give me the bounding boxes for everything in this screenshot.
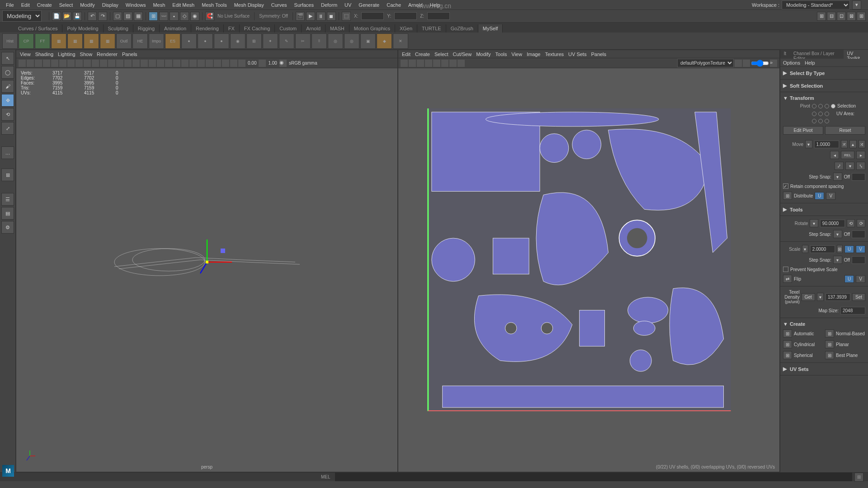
uv-expand-icon[interactable]: » [770,60,777,67]
distribute-v-button[interactable]: V [826,192,835,200]
render-icon[interactable]: 🎬 [296,12,305,21]
shelf-impo-icon[interactable]: Impo [149,33,164,49]
layout-icon-4[interactable]: ⊠ [847,12,856,21]
redo-icon[interactable]: ↷ [98,12,107,21]
panel-menu-help[interactable]: Help [805,60,815,66]
shelf-ring2-icon[interactable]: ◎ [344,33,359,49]
vp-icon-5[interactable] [51,60,58,67]
mode-dropdown[interactable]: Modeling [2,10,42,22]
uv-menu-textures[interactable]: Textures [545,52,564,57]
scale-dd-icon[interactable]: ▾ [802,245,808,253]
set-button[interactable]: Set [852,293,865,301]
flip-icon[interactable]: ⇄ [783,275,792,283]
shelf-cube2-icon[interactable]: ▦ [67,33,83,49]
menu-file[interactable]: File [2,1,18,9]
shelf-cp-icon[interactable]: CP [19,33,34,49]
shelf-cube-icon[interactable]: ▦ [51,33,66,49]
layout-icon-2[interactable]: ⊟ [827,12,836,21]
snap-dd-icon[interactable]: ▾ [833,173,842,181]
xform-icon[interactable]: ⬚ [342,12,351,21]
vp-icon-15[interactable] [132,60,140,67]
vp-menu-show[interactable]: Show [80,52,93,57]
lasso-tool-icon[interactable]: ◯ [1,66,14,79]
shelf-tab-arnold[interactable]: Arnold [302,24,326,33]
vp-icon-29[interactable] [259,60,266,67]
vp-icon-26[interactable] [222,60,229,67]
vp-icon-8[interactable] [75,60,83,67]
reset-button[interactable]: Reset [825,126,865,135]
shelf-cube4-icon[interactable]: ▦ [100,33,115,49]
vp-icon-16[interactable] [141,60,148,67]
vp-icon-27[interactable] [230,60,237,67]
uv-menu-select[interactable]: Select [434,52,448,57]
move-left-icon[interactable]: ◂ [830,151,839,159]
x-input[interactable] [361,12,384,20]
paint-tool-icon[interactable]: 🖌 [1,80,14,93]
scale-up-icon[interactable]: ⊞ [837,245,843,253]
menu-edit[interactable]: Edit [18,1,33,9]
texel-input[interactable] [826,293,850,301]
panel-tool-icon[interactable]: ▤ [1,207,14,220]
shelf-tab-custom[interactable]: Custom [275,24,302,33]
panel-menu-options[interactable]: Options [783,60,800,66]
shelf-ft-icon[interactable]: FT [35,33,50,49]
planar-icon[interactable]: ⊞ [825,340,834,348]
shelf-sphere3-icon[interactable]: ● [214,33,229,49]
pivot-radio-1[interactable] [812,104,816,108]
shelf-sphere4-icon[interactable]: ◉ [230,33,245,49]
best-icon[interactable]: ⊞ [825,351,834,359]
workspace-menu-icon[interactable]: ▾ [852,0,861,9]
settings-icon[interactable]: ⚙ [1,221,14,234]
shelf-tab-myself[interactable]: MySelf [478,24,503,33]
vp-3d-canvas[interactable]: Verts:371737170 Edges:770277020 Faces:39… [16,68,397,472]
move-dl-icon[interactable]: ⤦ [835,162,844,170]
pivot-radio-3[interactable] [825,104,829,108]
render-seq-icon[interactable]: ⏹ [327,12,336,21]
shelf-tab-poly[interactable]: Poly Modeling [62,24,103,33]
menu-editmesh[interactable]: Edit Mesh [169,1,198,9]
new-scene-icon[interactable]: 📄 [52,12,61,21]
move-input[interactable] [814,141,839,148]
shelf-knife-icon[interactable]: ✂ [295,33,311,49]
shelf-tab-turtle[interactable]: TURTLE [417,24,446,33]
vp-menu-panels[interactable]: Panels [122,52,137,57]
vp-icon-14[interactable] [124,60,132,67]
rotate-tool-icon[interactable]: ⟲ [1,108,14,121]
menu-display[interactable]: Display [99,1,122,9]
tools-header[interactable]: ▶Tools [783,205,865,214]
snap-plane-icon[interactable]: ◇ [180,12,189,21]
move-up-icon[interactable]: ⤯ [841,140,848,148]
vp-icon-23[interactable] [198,60,205,67]
shelf-tab-anim[interactable]: Animation [160,24,191,33]
transform-header[interactable]: ▼Transform [783,94,865,102]
snap-r-dd-icon[interactable]: ▾ [833,230,842,238]
texel-dd-icon[interactable]: ▾ [817,293,824,301]
vp-menu-lighting[interactable]: Lighting [58,52,75,57]
last-tool-icon[interactable]: … [1,146,14,159]
layout-icon-1[interactable]: ⊞ [817,12,826,21]
soft-selection-header[interactable]: ▶Soft Selection [783,81,865,90]
ipr-icon[interactable]: ▶ [306,12,315,21]
uv-icon-1[interactable] [401,60,408,67]
menu-surfaces[interactable]: Surfaces [291,1,317,9]
layout-icon-3[interactable]: ⊡ [837,12,846,21]
menu-curves[interactable]: Curves [268,1,291,9]
shelf-misc-icon[interactable]: ✦ [263,33,278,49]
menu-select[interactable]: Select [56,1,77,9]
uv-icon-6[interactable] [441,60,448,67]
shelf-box-icon[interactable]: ▣ [360,33,376,49]
vp-icon-1[interactable] [19,60,26,67]
pivot-radio-7[interactable] [812,119,816,123]
shelf-diamond-icon[interactable]: ◆ [377,33,392,49]
mapsize-input[interactable] [840,307,865,314]
retain-checkbox[interactable] [783,183,788,189]
vp-icon-19[interactable] [165,60,172,67]
vp-icon-28[interactable] [238,60,245,67]
texture-dropdown[interactable]: defaultPolygonTexture [677,59,734,67]
shelf-cube3-icon[interactable]: ▦ [84,33,99,49]
render-frame-icon[interactable]: ⏸ [316,12,326,21]
edit-pivot-button[interactable]: Edit Pivot [783,126,823,135]
shelf-ring1-icon[interactable]: ◎ [328,33,343,49]
move-tool-icon[interactable]: ✥ [1,94,14,107]
get-button[interactable]: Get [802,293,815,301]
